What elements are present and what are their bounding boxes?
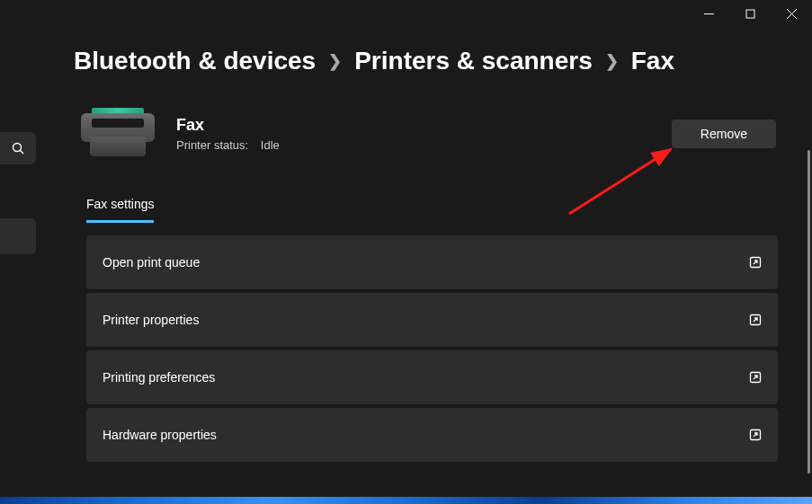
setting-printing-preferences[interactable]: Printing preferences xyxy=(86,350,778,404)
device-header: Fax Printer status: Idle Remove xyxy=(81,108,778,160)
breadcrumb-current: Fax xyxy=(631,47,674,75)
breadcrumb: Bluetooth & devices ❯ Printers & scanner… xyxy=(74,47,778,75)
remove-button[interactable]: Remove xyxy=(672,119,776,148)
settings-list: Open print queue Printer properties Prin… xyxy=(86,235,778,462)
setting-printer-properties[interactable]: Printer properties xyxy=(86,293,778,347)
main-content: Bluetooth & devices ❯ Printers & scanner… xyxy=(40,29,812,497)
chevron-right-icon: ❯ xyxy=(605,51,619,71)
breadcrumb-bluetooth-devices[interactable]: Bluetooth & devices xyxy=(74,47,316,75)
device-name: Fax xyxy=(176,116,650,135)
tab-fax-settings[interactable]: Fax settings xyxy=(86,197,154,223)
svg-rect-1 xyxy=(746,10,754,18)
nav-item[interactable] xyxy=(0,218,36,254)
setting-hardware-properties[interactable]: Hardware properties xyxy=(86,408,778,462)
svg-point-4 xyxy=(13,143,21,151)
setting-label: Hardware properties xyxy=(103,428,217,442)
window-titlebar xyxy=(0,0,812,29)
search-button[interactable] xyxy=(0,132,36,164)
left-rail xyxy=(0,29,40,497)
setting-label: Printer properties xyxy=(103,313,199,327)
maximize-button[interactable] xyxy=(729,0,771,27)
scrollbar[interactable] xyxy=(808,150,810,473)
minimize-button[interactable] xyxy=(688,0,729,27)
close-button[interactable] xyxy=(771,0,812,27)
setting-label: Printing preferences xyxy=(103,370,215,385)
status-label: Printer status: xyxy=(176,138,248,152)
open-external-icon xyxy=(749,314,762,326)
device-status: Printer status: Idle xyxy=(176,138,650,152)
taskbar-strip xyxy=(0,497,812,504)
status-value: Idle xyxy=(261,138,280,152)
open-external-icon xyxy=(749,429,762,441)
breadcrumb-printers-scanners[interactable]: Printers & scanners xyxy=(354,47,593,75)
setting-open-print-queue[interactable]: Open print queue xyxy=(86,235,778,289)
chevron-right-icon: ❯ xyxy=(328,51,342,71)
open-external-icon xyxy=(749,256,762,269)
svg-line-5 xyxy=(20,150,23,154)
setting-label: Open print queue xyxy=(103,255,200,270)
printer-icon xyxy=(81,108,155,160)
open-external-icon xyxy=(749,371,762,384)
search-icon xyxy=(12,142,25,155)
